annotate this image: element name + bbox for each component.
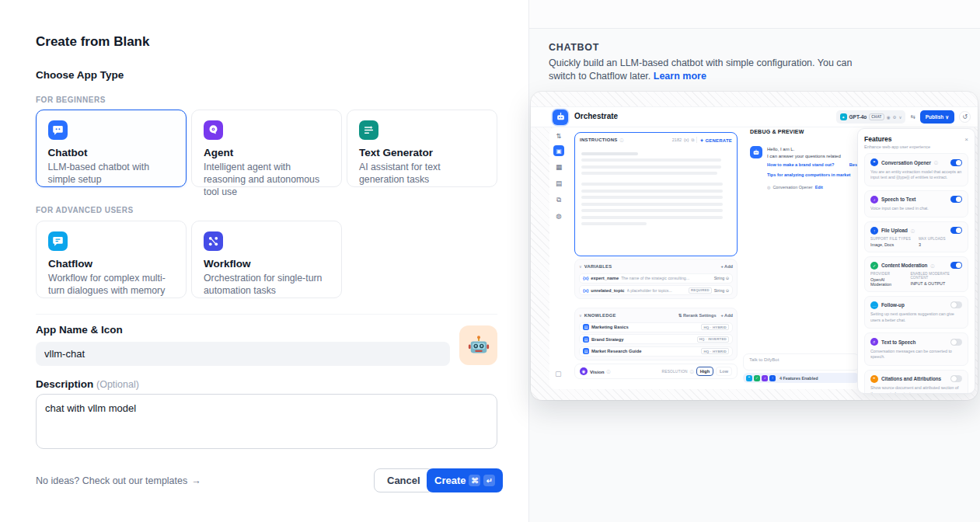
preview-panel-header-strip xyxy=(529,0,980,29)
generate-button: ✦ GENERATE xyxy=(699,137,732,143)
add-variable-button: + Add xyxy=(721,264,734,269)
rail-sliders-icon: ⇅ xyxy=(553,132,564,140)
arrow-right-icon: → xyxy=(191,475,201,486)
content-moderation-mini-icon: ✓ xyxy=(754,375,760,381)
instructions-placeholder-text xyxy=(575,144,737,229)
model-name: GPT-4o xyxy=(849,114,867,120)
chevron-down-icon: ∨ xyxy=(898,115,902,120)
file-upload-icon: ↑ xyxy=(870,227,878,235)
separator xyxy=(696,137,697,143)
preview-heading: CHATBOT xyxy=(549,42,599,53)
preview-panel: CHATBOT Quickly build an LLM-based chatb… xyxy=(528,0,980,522)
variable-row: {x} unrelated_topic A placeholder for to… xyxy=(579,285,733,295)
app-type-title: Text Generator xyxy=(359,147,485,158)
speech-to-text-icon: ♪ xyxy=(870,196,878,204)
retrieval-badge: HQ · HYBRID xyxy=(701,348,729,354)
rail-monitoring-icon: ◍ xyxy=(553,211,564,221)
knowledge-row: ▤ Brand Strategy HQ · INVERTED xyxy=(579,334,733,344)
speech-to-text-mini-icon: ♪ xyxy=(762,375,768,381)
vision-icon: ◉ xyxy=(580,367,588,375)
type-icon: ⊙ xyxy=(726,288,729,293)
feature-citations: ❞ Citations and Attributions Show source… xyxy=(864,370,968,395)
toggle xyxy=(950,262,962,269)
app-type-desc: AI assistant for text generation tasks xyxy=(359,161,485,186)
feature-speech-to-text: ♪ Speech to Text Voice input can be used… xyxy=(864,190,968,218)
learn-more-link[interactable]: Learn more xyxy=(654,71,706,82)
templates-link[interactable]: No ideas? Check out our templates → xyxy=(36,475,201,486)
mock-topbar-actions: ✦ GPT-4o CHAT ◉ ⚙ ∨ ⇆ Publish ∨ ↺ xyxy=(836,110,971,124)
chevron-down-icon: ∨ xyxy=(945,114,949,120)
variables-label: VARIABLES xyxy=(584,264,612,269)
feature-file-upload: ↑ File Upload ⓘ SUPPORT FILE TYPESImage,… xyxy=(864,221,968,252)
mock-instructions-panel: INSTRUCTIONS ⓘ 2182 {x} ⧉ ✦ GENERATE xyxy=(574,132,738,256)
variables-icon: {x} xyxy=(684,137,689,142)
model-provider-icon: ✦ xyxy=(840,113,847,120)
app-type-title: Agent xyxy=(204,147,330,158)
edit-opener-link: Edit xyxy=(815,185,823,190)
app-preview-image: Orchestrate ✦ GPT-4o CHAT ◉ ⚙ ∨ ⇆ Publis… xyxy=(531,92,978,400)
create-app-modal: Create from Blank Choose App Type FOR BE… xyxy=(0,0,980,522)
chatbot-icon xyxy=(48,120,68,140)
citations-icon: ❞ xyxy=(870,375,878,383)
text-generator-icon xyxy=(359,120,378,140)
mock-variables-panel: ∨ VARIABLES + Add {x} expert_name The na… xyxy=(574,259,738,299)
rail-bottom-icon: ▢ xyxy=(555,370,562,378)
robot-emoji-icon xyxy=(467,334,490,357)
add-knowledge-button: + Add xyxy=(721,313,734,318)
file-upload-mini-icon: ↑ xyxy=(769,375,776,381)
for-beginners-label: FOR BEGINNERS xyxy=(36,96,106,104)
create-button[interactable]: Create ⌘ ↵ xyxy=(427,468,503,492)
copy-icon: ⧉ xyxy=(691,137,694,143)
beginner-app-types: Chatbot LLM-based chatbot with simple se… xyxy=(36,110,497,187)
instructions-label: INSTRUCTIONS xyxy=(580,137,618,142)
app-icon-picker[interactable] xyxy=(459,325,497,365)
app-type-card-agent[interactable]: Agent Intelligent agent with reasoning a… xyxy=(191,110,342,187)
create-form-panel: Create from Blank Choose App Type FOR BE… xyxy=(0,0,528,522)
app-type-card-workflow[interactable]: Workflow Orchestration for single-turn a… xyxy=(191,221,342,298)
document-icon: ▤ xyxy=(583,336,589,343)
knowledge-label: KNOWLEDGE xyxy=(584,313,616,318)
resolution-low-button: Low xyxy=(716,367,732,376)
debug-preview-label: DEBUG & PREVIEW xyxy=(750,129,804,134)
app-type-desc: Intelligent agent with reasoning and aut… xyxy=(204,161,330,198)
rail-preview-icon: ▦ xyxy=(553,162,564,172)
feature-content-moderation: ✓ Content Moderation ⓘ PROVIDEROpenAI Mo… xyxy=(864,256,968,292)
app-type-card-text-generator[interactable]: Text Generator AI assistant for text gen… xyxy=(347,110,497,187)
app-name-label: App Name & Icon xyxy=(36,324,123,336)
bot-avatar-icon xyxy=(750,146,762,158)
info-icon: ⓘ xyxy=(690,369,694,374)
workflow-icon xyxy=(204,231,223,251)
for-advanced-users-label: FOR ADVANCED USERS xyxy=(36,206,134,214)
app-type-card-chatflow[interactable]: Chatflow Workflow for complex multi-turn… xyxy=(36,221,187,298)
app-type-title: Chatflow xyxy=(48,258,174,270)
opener-icon: ◎ xyxy=(767,185,770,190)
suggested-question: How to make a brand stand out?Bes xyxy=(767,160,857,170)
variable-row: {x} expert_name The name of the strategi… xyxy=(579,273,733,284)
app-type-title: Chatbot xyxy=(48,147,175,158)
cancel-button[interactable]: Cancel xyxy=(374,468,434,492)
mock-knowledge-panel: ∨ KNOWLEDGE ⇅ Rerank Settings + Add ▤ Ma… xyxy=(574,308,738,360)
rail-annotations-icon: ⧉ xyxy=(553,194,564,205)
toggle xyxy=(950,227,962,234)
advanced-app-types: Chatflow Workflow for complex multi-turn… xyxy=(36,221,342,298)
app-type-desc: Workflow for complex multi-turn dialogue… xyxy=(48,272,174,297)
mock-publish-button: Publish ∨ xyxy=(920,110,954,124)
knowledge-row: ▤ Market Research Guide HQ · HYBRID xyxy=(579,346,733,357)
rail-logs-icon: ▤ xyxy=(553,178,564,189)
app-type-card-chatbot[interactable]: Chatbot LLM-based chatbot with simple se… xyxy=(36,110,187,187)
resolution-high-button: High xyxy=(696,367,713,376)
app-name-input[interactable] xyxy=(36,342,450,366)
document-icon: ▤ xyxy=(583,348,589,354)
app-type-title: Workflow xyxy=(204,258,330,270)
info-icon: ⓘ xyxy=(606,369,610,374)
rerank-icon: ⇅ xyxy=(678,313,682,318)
conversation-opener-icon: ❝ xyxy=(870,158,878,166)
required-badge: REQUIRED xyxy=(689,287,712,294)
chevron-down-icon: ∨ xyxy=(579,264,582,269)
toggle xyxy=(950,196,962,203)
follow-up-icon: … xyxy=(870,301,878,309)
retrieval-badge: HQ · HYBRID xyxy=(701,324,729,330)
description-textarea[interactable]: chat with vllm model xyxy=(36,394,497,449)
retrieval-badge: HQ · INVERTED xyxy=(697,336,729,343)
type-icon: ⊙ xyxy=(726,276,729,280)
